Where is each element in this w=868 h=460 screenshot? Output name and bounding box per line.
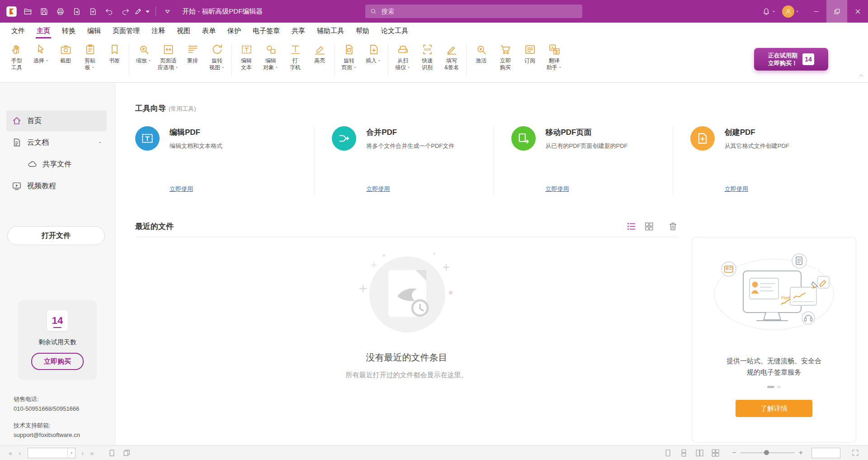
sidebar-item-首页[interactable]: 首页 <box>6 110 107 131</box>
undo-button[interactable] <box>101 4 117 19</box>
menu-item-视图[interactable]: 视图 <box>171 23 196 39</box>
menu-item-转换[interactable]: 转换 <box>56 23 81 39</box>
fullscreen-button[interactable] <box>851 449 860 457</box>
use-now-link[interactable]: 立即使用 <box>366 185 390 193</box>
menu-item-辅助工具[interactable]: 辅助工具 <box>311 23 350 39</box>
toolbar-subscribe-button[interactable]: 订阅 <box>518 43 542 65</box>
caret-down-icon <box>795 9 799 14</box>
menu-item-共享[interactable]: 共享 <box>286 23 311 39</box>
sidebar-item-共享文件[interactable]: 共享文件 <box>6 154 107 175</box>
restore-button[interactable] <box>826 0 847 23</box>
toolbar-select-button[interactable]: 选择 <box>29 43 53 65</box>
sidebar-item-视频教程[interactable]: 视频教程 <box>6 175 107 196</box>
open-file-button[interactable]: 打开文件 <box>7 226 105 245</box>
toolbar-separator <box>334 43 335 76</box>
toolbar-zoom-button[interactable]: 缩放 <box>132 43 156 65</box>
toolbar-cart-button[interactable]: 立即购买 <box>493 43 518 72</box>
book-pages-button[interactable] <box>123 449 131 457</box>
toolbar-rotate-view-button[interactable]: 旋转视图 <box>205 43 229 72</box>
minimize-button[interactable] <box>806 0 826 23</box>
close-button[interactable] <box>847 0 868 23</box>
toolbar-hand-button[interactable]: 手型工具 <box>5 43 29 72</box>
print-button[interactable] <box>52 4 68 19</box>
carousel-dot[interactable] <box>777 386 781 388</box>
toolbar-reflow-button[interactable]: 重排 <box>180 43 205 65</box>
menu-item-编辑[interactable]: 编辑 <box>81 23 107 39</box>
menu-item-主页[interactable]: 主页 <box>31 23 56 39</box>
menu-item-表单[interactable]: 表单 <box>196 23 222 39</box>
zoom-slider-thumb[interactable] <box>764 450 769 455</box>
support-email[interactable]: support@foxitsoftware.cn <box>14 430 80 440</box>
view-continuous-button[interactable] <box>679 449 688 457</box>
sign-tool-button[interactable] <box>134 4 152 19</box>
clear-recent-button[interactable] <box>668 221 678 232</box>
menu-item-页面管理[interactable]: 页面管理 <box>107 23 146 39</box>
toolbar-highlight-button[interactable]: 高亮 <box>307 43 332 65</box>
view-facing-continuous-button[interactable] <box>711 449 720 457</box>
page-dropdown-button[interactable] <box>67 448 75 458</box>
buy-now-button[interactable]: 立即购买 <box>31 353 84 370</box>
use-now-link[interactable]: 立即使用 <box>546 185 569 193</box>
toolbar-activate-button[interactable]: 激活 <box>469 43 493 65</box>
redo-button[interactable] <box>118 4 133 19</box>
toolbar-ocr-button[interactable]: OCR快速识别 <box>415 43 439 72</box>
use-now-link[interactable]: 立即使用 <box>170 185 193 193</box>
create-pdf-card-icon <box>690 126 715 151</box>
toolbar-translate-button[interactable]: A翻译助手 <box>542 43 566 72</box>
toolbar-bookmark-button[interactable]: 书签 <box>102 43 127 65</box>
page-number-input[interactable] <box>28 450 67 456</box>
zoom-slider[interactable] <box>741 452 795 453</box>
grid-view-button[interactable] <box>644 221 654 232</box>
menu-item-保护[interactable]: 保护 <box>222 23 247 39</box>
rotate-view-icon <box>211 43 223 56</box>
search-input[interactable] <box>381 7 578 15</box>
last-page-button[interactable]: » <box>90 450 94 456</box>
view-single-button[interactable] <box>664 449 672 457</box>
tools-section: 工具向导 (常用工具) 编辑PDF编辑文档和文本格式立即使用合并PDF将多个文件… <box>115 82 868 195</box>
menu-item-文件[interactable]: 文件 <box>5 23 31 39</box>
next-page-button[interactable]: › <box>81 450 84 456</box>
toolbar-typewriter-button[interactable]: 打字机 <box>283 43 307 72</box>
menu-item-电子签章[interactable]: 电子签章 <box>247 23 286 39</box>
toolbar-edit-object-button[interactable]: 编辑对象 <box>259 43 283 72</box>
toolbar-button-label: 立即购买 <box>500 57 511 71</box>
search-bar[interactable] <box>365 5 582 18</box>
menu-item-论文工具[interactable]: 论文工具 <box>375 23 414 39</box>
zoom-out-button[interactable]: − <box>732 449 736 456</box>
save-button[interactable] <box>36 4 52 19</box>
list-view-button[interactable] <box>626 221 637 232</box>
toolbar-snapshot-button[interactable]: 截图 <box>53 43 78 65</box>
toolbar-fit-page-button[interactable]: 页面适应选项 <box>156 43 180 72</box>
carousel-dot-active[interactable] <box>767 386 774 388</box>
toolbar-clipboard-button[interactable]: 剪贴板 <box>78 43 102 72</box>
zoom-in-button[interactable]: + <box>799 449 803 456</box>
single-page-button[interactable] <box>108 449 116 457</box>
sidebar-item-云文档[interactable]: 云文档 <box>6 132 107 153</box>
menu-item-帮助[interactable]: 帮助 <box>350 23 375 39</box>
notifications-button[interactable] <box>762 7 776 16</box>
toolbar-button-label: 高亮 <box>314 57 325 64</box>
toolbar-fill-sign-button[interactable]: 填写&签名 <box>439 43 464 72</box>
toolbar-rotate-page-button[interactable]: 旋转页面 <box>337 43 361 72</box>
collapse-ribbon-button[interactable] <box>858 72 864 81</box>
toolbar-edit-text-button[interactable]: 编辑文本 <box>234 43 259 72</box>
open-folder-button[interactable] <box>20 4 35 19</box>
trial-badge[interactable]: 正在试用期 立即购买！ 14 <box>754 48 828 71</box>
learn-more-button[interactable]: 了解详情 <box>736 400 812 417</box>
toolbar-button-label: 旋转页面 <box>341 57 357 71</box>
export-pdf-button[interactable] <box>69 4 84 19</box>
doc-arrow-button[interactable] <box>85 4 100 19</box>
toolbar-insert-page-button[interactable]: 插入 <box>361 43 386 65</box>
prev-page-button[interactable]: ‹ <box>19 450 21 456</box>
view-facing-button[interactable] <box>695 449 704 457</box>
zoom-level-box[interactable] <box>811 448 840 458</box>
use-now-link[interactable]: 立即使用 <box>725 185 748 193</box>
menu-item-注释[interactable]: 注释 <box>146 23 171 39</box>
sidebar-item-label: 云文档 <box>27 138 49 147</box>
account-button[interactable] <box>782 5 799 18</box>
nav-panel-button[interactable] <box>160 4 175 19</box>
toolbar-button-label: 旋转视图 <box>209 57 225 71</box>
toolbar-scanner-button[interactable]: 从扫描仪 <box>391 43 415 72</box>
first-page-button[interactable]: « <box>9 450 12 456</box>
tool-card-title: 移动PDF页面 <box>546 127 666 138</box>
